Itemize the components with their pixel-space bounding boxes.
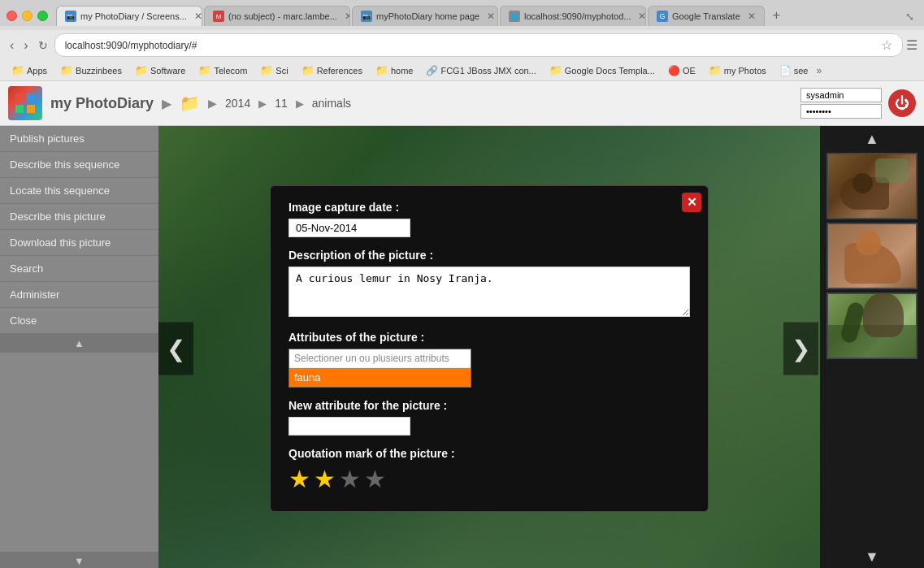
bookmark-label-myphotos: my Photos <box>724 66 766 76</box>
folder-icon-googledocs: 📁 <box>549 64 562 76</box>
tab-photodiary[interactable]: 📷 my PhotoDiary / Screens... ✕ <box>56 6 202 26</box>
folder-icon-sci: 📁 <box>260 64 273 76</box>
tab-close-5[interactable]: ✕ <box>748 11 756 22</box>
tab-close-3[interactable]: ✕ <box>487 11 495 22</box>
svg-rect-2 <box>15 105 24 113</box>
sidebar-item-describe-picture[interactable]: Describe this picture <box>0 204 158 230</box>
attributes-select-container[interactable]: Selectioner un ou plusieurs attributs fa… <box>288 349 471 388</box>
browser-titlebar: 📷 my PhotoDiary / Screens... ✕ M (no sub… <box>0 0 924 26</box>
bookmark-googledocs[interactable]: 📁 Google Docs Templa... <box>544 63 660 78</box>
power-button[interactable]: ⏻ <box>888 89 916 117</box>
description-label: Description of the picture : <box>288 249 690 262</box>
sidebar-item-locate-sequence[interactable]: Locate this sequence <box>0 178 158 204</box>
breadcrumb-month[interactable]: 11 <box>275 97 288 110</box>
breadcrumb-year[interactable]: 2014 <box>225 97 250 110</box>
breadcrumb-category[interactable]: animals <box>312 97 351 110</box>
tab-label-1: my PhotoDiary / Screens... <box>80 11 187 21</box>
svg-rect-3 <box>27 105 35 113</box>
new-attribute-label: New attribute for the picture : <box>288 399 690 412</box>
sidebar-item-administer[interactable]: Administer <box>0 282 158 308</box>
page-icon-fcg1: 🔗 <box>426 65 438 76</box>
tab-close-4[interactable]: ✕ <box>638 11 646 22</box>
traffic-light-yellow[interactable] <box>22 11 33 21</box>
filmstrip-thumb-2[interactable] <box>826 223 917 289</box>
bookmark-oe[interactable]: 🔴 OE <box>663 63 701 78</box>
bookmark-sci[interactable]: 📁 Sci <box>255 63 293 78</box>
tab-label-2: (no subject) - marc.lambe... <box>228 11 337 21</box>
browser-menu[interactable]: ☰ <box>906 37 917 53</box>
tab-home[interactable]: 📷 myPhotoDiary home page ✕ <box>352 6 498 26</box>
bookmark-label-apps: Apps <box>27 66 47 76</box>
sidebar: Publish pictures Describe this sequence … <box>0 126 158 568</box>
tab-close-2[interactable]: ✕ <box>345 11 350 22</box>
filmstrip-thumb-1[interactable] <box>826 153 917 219</box>
tab-favicon-1: 📷 <box>65 11 76 22</box>
svg-rect-0 <box>15 93 24 102</box>
breadcrumb-sep-2: ▶ <box>258 98 267 110</box>
traffic-light-green[interactable] <box>37 11 48 21</box>
url-text: localhost:9090/myphotodiary/# <box>65 40 881 51</box>
bookmark-label-telecom: Telecom <box>214 66 247 76</box>
filmstrip-thumb-3[interactable] <box>826 293 917 359</box>
svg-rect-1 <box>27 93 35 102</box>
bookmarks-more[interactable]: » <box>817 65 822 76</box>
browser-chrome: 📷 my PhotoDiary / Screens... ✕ M (no sub… <box>0 0 924 81</box>
sidebar-item-close[interactable]: Close <box>0 308 158 334</box>
filmstrip-up-button[interactable]: ▲ <box>863 129 881 150</box>
back-button[interactable]: ‹ <box>7 37 17 54</box>
sidebar-item-describe-sequence[interactable]: Describe this sequence <box>0 152 158 178</box>
sidebar-collapse-toggle[interactable]: ▲ <box>0 334 158 353</box>
sidebar-bottom-arrow[interactable]: ▼ <box>0 552 158 568</box>
quotation-group: Quotation mark of the picture : ★ ★ ★ ★ <box>288 447 690 493</box>
bookmark-fcg1[interactable]: 🔗 FCG1 JBoss JMX con... <box>421 63 540 78</box>
new-tab-button[interactable]: + <box>766 5 787 26</box>
star-1[interactable]: ★ <box>288 465 310 493</box>
star-2[interactable]: ★ <box>314 465 336 493</box>
page-icon-see: 📄 <box>779 65 792 76</box>
new-attribute-group: New attribute for the picture : <box>288 399 690 436</box>
bookmark-label-sci: Sci <box>275 66 288 76</box>
attributes-selected-option[interactable]: fauna <box>289 368 471 387</box>
bookmark-myphotos[interactable]: 📁 my Photos <box>704 63 771 78</box>
new-attribute-input[interactable] <box>288 417 410 436</box>
filmstrip-down-button[interactable]: ▼ <box>863 547 881 567</box>
tab-gmail[interactable]: M (no subject) - marc.lambe... ✕ <box>204 6 350 26</box>
description-group: Description of the picture : A curious l… <box>288 249 690 319</box>
traffic-light-red[interactable] <box>7 11 17 21</box>
bookmark-label-oe: OE <box>683 66 696 76</box>
bookmark-apps[interactable]: 📁 Apps <box>7 63 52 78</box>
sidebar-item-search[interactable]: Search <box>0 256 158 282</box>
tab-label-3: myPhotoDiary home page <box>376 11 479 21</box>
bookmark-buzzinbees[interactable]: 📁 Buzzinbees <box>55 63 127 78</box>
bookmark-star[interactable]: ☆ <box>881 37 892 53</box>
tab-favicon-2: M <box>213 11 224 22</box>
breadcrumb-sep-1: ▶ <box>208 97 217 110</box>
tab-close-1[interactable]: ✕ <box>194 11 202 22</box>
username-field[interactable] <box>800 88 882 102</box>
bookmark-telecom[interactable]: 📁 Telecom <box>193 63 252 78</box>
app-logo-icon <box>8 86 42 120</box>
forward-button[interactable]: › <box>20 37 31 54</box>
bookmark-label-buzzinbees: Buzzinbees <box>76 66 122 76</box>
main-layout: Publish pictures Describe this sequence … <box>0 126 924 568</box>
sidebar-item-publish[interactable]: Publish pictures <box>0 126 158 152</box>
bookmark-see[interactable]: 📄 see <box>774 63 813 78</box>
folder-icon-references: 📁 <box>301 64 315 76</box>
tab-localhost[interactable]: 🌐 localhost:9090/myphotod... ✕ <box>500 6 646 26</box>
star-rating: ★ ★ ★ ★ <box>288 465 690 493</box>
bookmark-references[interactable]: 📁 References <box>297 63 367 78</box>
description-textarea[interactable]: A curious lemur in Nosy Iranja. <box>288 267 690 317</box>
tab-translate[interactable]: G Google Translate ✕ <box>648 6 765 26</box>
capture-date-input[interactable] <box>288 219 410 237</box>
star-3[interactable]: ★ <box>339 465 361 493</box>
url-field[interactable]: localhost:9090/myphotodiary/# ☆ <box>54 33 903 57</box>
star-4[interactable]: ★ <box>364 465 386 493</box>
window-resize-icon[interactable]: ⤡ <box>902 7 917 26</box>
sidebar-item-download[interactable]: Download this picture <box>0 230 158 256</box>
bookmark-home[interactable]: 📁 home <box>371 63 419 78</box>
filmstrip: ▲ ▼ <box>820 126 924 568</box>
reload-button[interactable]: ↻ <box>35 37 51 54</box>
password-field[interactable] <box>800 104 882 119</box>
bookmark-software[interactable]: 📁 Software <box>130 63 190 78</box>
modal-close-button[interactable]: ✕ <box>682 193 701 212</box>
